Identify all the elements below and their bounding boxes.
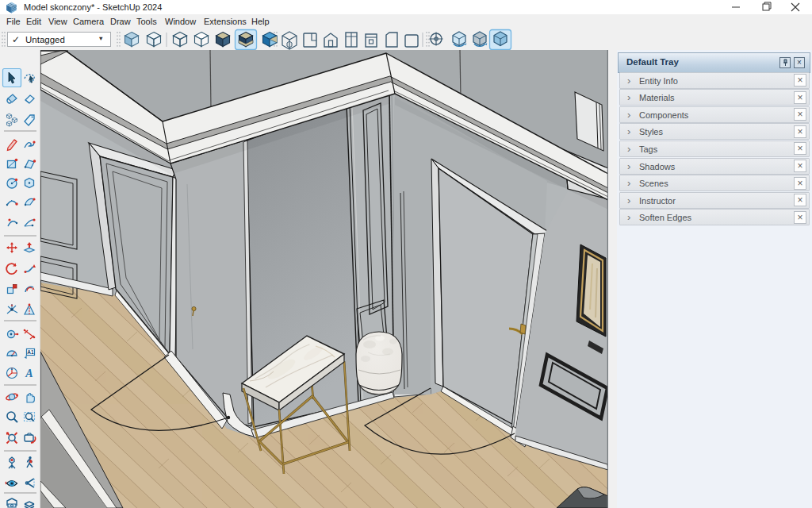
svg-text:A1: A1 (27, 349, 34, 355)
svg-text:A: A (25, 368, 33, 379)
